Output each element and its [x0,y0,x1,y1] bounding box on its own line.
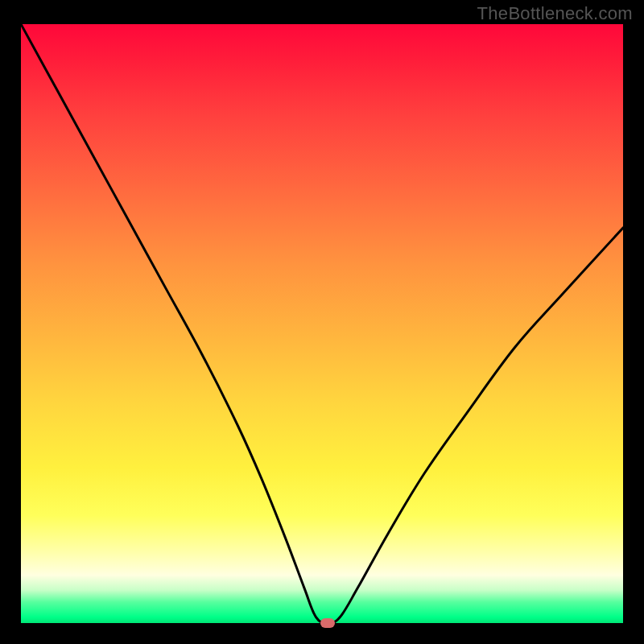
watermark-text: TheBottleneck.com [477,3,633,24]
plot-area [21,24,623,623]
optimal-marker [320,618,335,628]
chart-frame: TheBottleneck.com [0,0,644,644]
bottleneck-curve [21,24,623,623]
